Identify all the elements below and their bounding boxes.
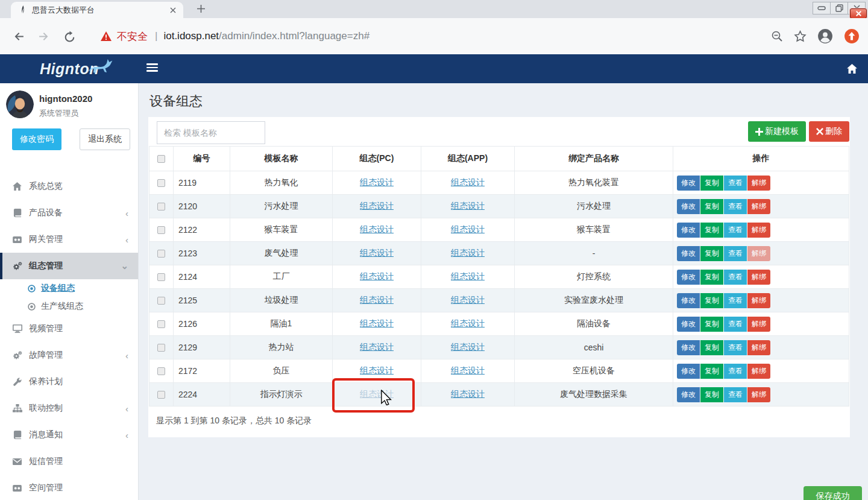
action-modify-button[interactable]: 修改 <box>677 199 700 214</box>
app-logo[interactable]: Hignton <box>0 54 139 83</box>
action-view-button[interactable]: 查看 <box>724 223 747 238</box>
url-bar[interactable]: 不安全 | iot.idosp.net/admin/index.html?lan… <box>101 30 760 43</box>
sidebar-item-line-scada[interactable]: 生产线组态 <box>0 297 138 315</box>
action-unbind-button[interactable]: 解绑 <box>747 199 770 214</box>
action-copy-button[interactable]: 复制 <box>700 199 723 214</box>
action-unbind-button[interactable]: 解绑 <box>747 317 770 332</box>
row-checkbox[interactable] <box>157 203 165 210</box>
action-view-button[interactable]: 查看 <box>724 387 747 402</box>
profile-avatar-icon[interactable] <box>817 28 833 44</box>
row-checkbox[interactable] <box>157 250 165 258</box>
action-modify-button[interactable]: 修改 <box>677 387 700 402</box>
action-modify-button[interactable]: 修改 <box>677 176 700 191</box>
action-view-button[interactable]: 查看 <box>724 340 747 355</box>
row-checkbox[interactable] <box>157 320 165 328</box>
action-modify-button[interactable]: 修改 <box>677 340 700 355</box>
action-copy-button[interactable]: 复制 <box>700 340 723 355</box>
action-copy-button[interactable]: 复制 <box>700 317 723 332</box>
action-copy-button[interactable]: 复制 <box>700 246 723 261</box>
action-modify-button[interactable]: 修改 <box>677 223 700 238</box>
sidebar-item-sms-mgmt[interactable]: 短信管理 <box>0 448 138 475</box>
back-icon[interactable] <box>13 31 25 42</box>
sidebar-item-fault-mgmt[interactable]: 故障管理‹ <box>0 342 138 369</box>
delete-button[interactable]: 删除 <box>809 121 849 142</box>
scada-design-link-app[interactable]: 组态设计 <box>451 201 485 210</box>
sidebar-item-video-mgmt[interactable]: 视频管理 <box>0 315 138 342</box>
action-view-button[interactable]: 查看 <box>724 364 747 379</box>
scada-design-link-app[interactable]: 组态设计 <box>451 224 485 234</box>
home-icon[interactable] <box>847 64 857 74</box>
row-checkbox[interactable] <box>157 179 165 187</box>
sidebar-item-system-overview[interactable]: 系统总览 <box>0 173 138 200</box>
sidebar-item-device-scada[interactable]: 设备组态 <box>0 279 138 297</box>
action-modify-button[interactable]: 修改 <box>677 246 700 261</box>
sidebar-item-maintenance-plan[interactable]: 保养计划 <box>0 369 138 395</box>
scada-design-link-app[interactable]: 组态设计 <box>451 248 485 258</box>
scada-design-link-app[interactable]: 组态设计 <box>451 389 485 399</box>
scada-design-link-app[interactable]: 组态设计 <box>451 366 485 375</box>
row-checkbox[interactable] <box>157 226 165 234</box>
scada-design-link-pc[interactable]: 组态设计 <box>360 201 394 210</box>
sidebar-toggle-icon[interactable] <box>146 63 158 74</box>
browser-tab[interactable]: 思普云大数据平台 <box>11 2 183 18</box>
new-tab-button[interactable] <box>197 4 206 13</box>
tab-close-icon[interactable] <box>168 5 178 16</box>
row-checkbox[interactable] <box>157 273 165 281</box>
action-unbind-button[interactable]: 解绑 <box>747 176 770 191</box>
scada-design-link-app[interactable]: 组态设计 <box>451 342 485 352</box>
scada-design-link-app[interactable]: 组态设计 <box>451 177 485 187</box>
row-checkbox[interactable] <box>157 344 165 352</box>
window-restore-button[interactable] <box>830 2 848 14</box>
row-checkbox[interactable] <box>157 297 165 305</box>
scada-design-link-app[interactable]: 组态设计 <box>451 295 485 305</box>
action-copy-button[interactable]: 复制 <box>700 387 723 402</box>
action-view-button[interactable]: 查看 <box>724 176 747 191</box>
action-view-button[interactable]: 查看 <box>724 270 747 285</box>
scada-design-link-pc[interactable]: 组态设计 <box>360 248 394 258</box>
create-template-button[interactable]: 新建模板 <box>748 121 806 142</box>
logout-button[interactable]: 退出系统 <box>80 128 130 150</box>
action-unbind-button[interactable]: 解绑 <box>747 364 770 379</box>
sidebar-item-product-device[interactable]: 产品设备‹ <box>0 200 138 226</box>
action-view-button[interactable]: 查看 <box>724 293 747 308</box>
search-input[interactable] <box>157 121 265 144</box>
scada-design-link-pc[interactable]: 组态设计 <box>360 271 394 281</box>
bookmark-star-icon[interactable] <box>794 30 807 43</box>
reload-icon[interactable] <box>64 31 75 42</box>
scada-design-link-pc[interactable]: 组态设计 <box>360 366 394 375</box>
scada-design-link-pc[interactable]: 组态设计 <box>360 295 394 305</box>
action-unbind-button[interactable]: 解绑 <box>747 270 770 285</box>
zoom-out-icon[interactable] <box>771 30 783 42</box>
scada-design-link-pc[interactable]: 组态设计 <box>360 318 394 328</box>
action-copy-button[interactable]: 复制 <box>700 364 723 379</box>
action-copy-button[interactable]: 复制 <box>700 270 723 285</box>
action-view-button[interactable]: 查看 <box>724 246 747 261</box>
select-all-checkbox[interactable] <box>157 155 165 163</box>
action-copy-button[interactable]: 复制 <box>700 223 723 238</box>
action-modify-button[interactable]: 修改 <box>677 293 700 308</box>
sidebar-item-linkage-control[interactable]: 联动控制‹ <box>0 395 138 422</box>
change-password-button[interactable]: 修改密码 <box>12 128 61 150</box>
action-copy-button[interactable]: 复制 <box>700 293 723 308</box>
action-modify-button[interactable]: 修改 <box>677 270 700 285</box>
sidebar-item-space-mgmt[interactable]: 空间管理 <box>0 475 138 500</box>
sidebar-item-gateway-mgmt[interactable]: 网关管理‹ <box>0 226 138 253</box>
scada-design-link-pc[interactable]: 组态设计 <box>360 389 394 399</box>
action-unbind-button[interactable]: 解绑 <box>747 340 770 355</box>
scada-design-link-pc[interactable]: 组态设计 <box>360 342 394 352</box>
browser-update-icon[interactable] <box>844 28 860 44</box>
action-copy-button[interactable]: 复制 <box>700 176 723 191</box>
window-minimize-button[interactable] <box>813 2 831 14</box>
scada-design-link-app[interactable]: 组态设计 <box>451 271 485 281</box>
action-modify-button[interactable]: 修改 <box>677 317 700 332</box>
action-view-button[interactable]: 查看 <box>724 199 747 214</box>
row-checkbox[interactable] <box>157 367 165 375</box>
action-unbind-button[interactable]: 解绑 <box>747 293 770 308</box>
row-checkbox[interactable] <box>157 391 165 399</box>
window-close-button[interactable] <box>848 2 866 14</box>
forward-icon[interactable] <box>38 31 49 42</box>
scada-design-link-pc[interactable]: 组态设计 <box>360 224 394 234</box>
scada-design-link-app[interactable]: 组态设计 <box>451 318 485 328</box>
action-unbind-button[interactable]: 解绑 <box>747 223 770 238</box>
sidebar-item-message-notify[interactable]: 消息通知‹ <box>0 422 138 448</box>
